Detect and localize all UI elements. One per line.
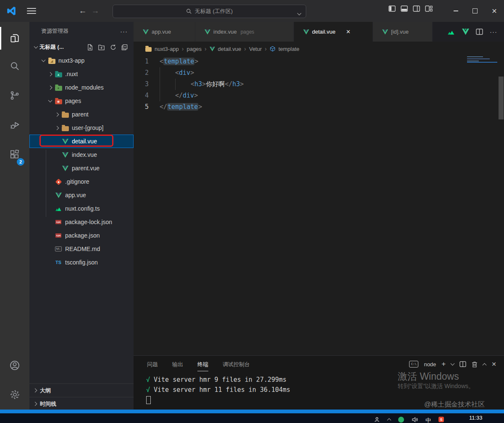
chevron-right-icon <box>53 127 60 130</box>
panel-tab-output[interactable]: 输出 <box>172 361 183 371</box>
minimize-button[interactable] <box>446 0 465 22</box>
nuxt-devtools-icon[interactable] <box>447 29 455 35</box>
tree-item-gitignore[interactable]: .gitignore <box>29 175 134 188</box>
activity-run-debug[interactable] <box>0 112 29 138</box>
customize-layout-icon[interactable] <box>425 5 433 12</box>
tree-item-nuxt3-app[interactable]: ◢ nuxt3-app <box>29 54 134 67</box>
activity-search[interactable] <box>0 53 29 79</box>
toggle-panel-icon[interactable] <box>401 5 408 12</box>
panel-tab-problems[interactable]: 问题 <box>147 361 158 371</box>
volar-icon[interactable] <box>462 29 469 35</box>
tree-item-parent[interactable]: parent <box>29 108 134 121</box>
explorer-sidebar: 资源管理器 ··· 无标题 (... <box>29 22 134 410</box>
more-actions-icon[interactable]: ··· <box>490 28 497 35</box>
sidebar-more-actions[interactable]: ··· <box>120 28 128 35</box>
breadcrumb-file[interactable]: detail.vue <box>218 46 242 52</box>
tree-item-tsconfig[interactable]: TS tsconfig.json <box>29 256 134 269</box>
git-icon <box>54 178 63 185</box>
search-icon <box>186 8 192 14</box>
activity-source-control[interactable] <box>0 82 29 108</box>
tree-item-nuxt-config[interactable]: nuxt.config.ts <box>29 202 134 215</box>
vue-icon <box>303 29 309 34</box>
terminal-profile-icon: C:\ <box>409 361 418 367</box>
kill-terminal-icon[interactable] <box>472 361 478 367</box>
tab-app-vue[interactable]: app.vue <box>134 22 195 42</box>
close-window-button[interactable]: ✕ <box>485 0 504 22</box>
maximize-button[interactable] <box>465 0 485 22</box>
run-debug-icon <box>9 119 21 131</box>
outline-section[interactable]: 大纲 <box>29 383 134 397</box>
breadcrumb-vetur[interactable]: Vetur <box>249 46 262 52</box>
markdown-icon: M↓ <box>54 246 63 252</box>
close-tab-icon[interactable]: ✕ <box>346 29 351 35</box>
tree-item-app-vue[interactable]: app.vue <box>29 188 134 202</box>
activity-settings[interactable] <box>0 381 29 407</box>
terminal-dropdown-icon[interactable] <box>451 362 455 366</box>
tree-item-readme[interactable]: M↓ README.md <box>29 242 134 256</box>
timeline-section[interactable]: 时间线 <box>29 397 134 410</box>
tab-index-vue[interactable]: index.vue pages <box>195 22 294 42</box>
ime-indicator[interactable]: 中 <box>425 417 431 423</box>
tree-item-user-group[interactable]: user-[group] <box>29 121 134 135</box>
code-editor[interactable]: 1 <template> 2 <div> 3 <h3>你好啊</h3> 4 </… <box>134 56 504 322</box>
tree-item-package-lock[interactable]: npm package-lock.json <box>29 215 134 229</box>
tree-item-detail-vue[interactable]: detail.vue <box>29 135 134 148</box>
tab-detail-vue[interactable]: detail.vue ✕ <box>294 22 373 42</box>
npm-icon: npm <box>54 219 63 225</box>
tree-item-parent-vue[interactable]: parent.vue <box>29 161 134 175</box>
forward-arrow-icon: → <box>89 6 102 16</box>
status-bar <box>0 410 504 413</box>
vue-icon <box>60 165 70 172</box>
vscode-logo-icon <box>6 5 17 16</box>
source-control-icon <box>9 90 20 101</box>
breadcrumb-template[interactable]: template <box>278 46 299 52</box>
activity-explorer[interactable] <box>0 25 29 51</box>
code-line: 4 </div> <box>134 90 504 101</box>
speaker-icon[interactable] <box>412 417 418 423</box>
breadcrumb-project[interactable]: nuxt3-app <box>155 46 179 52</box>
code-line: 3 <h3>你好啊</h3> <box>134 79 504 90</box>
editor-scrollbar[interactable] <box>498 55 504 322</box>
taskbar-clock[interactable]: 11:33 <box>469 415 483 421</box>
activity-account[interactable] <box>0 352 29 378</box>
tree-item-node-modules[interactable]: ● node_modules <box>29 81 134 94</box>
activity-extensions[interactable]: 2 <box>0 141 29 167</box>
panel-tab-debug-console[interactable]: 调试控制台 <box>223 361 250 371</box>
tree-item-pages[interactable]: ◉ pages <box>29 94 134 108</box>
split-editor-icon[interactable] <box>476 29 483 35</box>
nuxt-icon <box>54 205 63 212</box>
tree-item-package-json[interactable]: npm package.json <box>29 229 134 242</box>
vue-icon <box>54 192 63 198</box>
wechat-icon[interactable] <box>398 417 404 423</box>
tree-item-index-vue[interactable]: index.vue <box>29 148 134 161</box>
windows-taskbar: 中 S 11:33 <box>0 413 504 423</box>
tree-item-workspace[interactable]: 无标题 (... <box>29 40 134 54</box>
chevron-right-icon <box>46 86 54 89</box>
close-panel-icon[interactable]: ✕ <box>491 361 496 367</box>
back-arrow-icon[interactable]: ← <box>76 6 89 16</box>
maximize-panel-icon[interactable] <box>483 363 487 367</box>
split-terminal-icon[interactable] <box>459 361 466 367</box>
breadcrumb-pages[interactable]: pages <box>187 46 202 52</box>
panel-tab-terminal[interactable]: 终端 <box>197 361 208 371</box>
new-terminal-icon[interactable]: + <box>441 360 446 368</box>
tree-item-dot-nuxt[interactable]: ▲ .nuxt <box>29 67 134 81</box>
collapse-all-icon[interactable] <box>121 44 128 50</box>
tray-chevron-icon[interactable] <box>387 418 391 423</box>
people-icon[interactable] <box>374 417 380 423</box>
terminal-profile-label: node <box>424 361 436 367</box>
command-center[interactable]: 无标题 (工作区) <box>113 5 306 18</box>
folder-icon <box>60 124 70 131</box>
typescript-icon: TS <box>54 259 63 266</box>
new-file-icon[interactable] <box>87 44 93 50</box>
new-folder-icon[interactable] <box>98 44 105 50</box>
refresh-icon[interactable] <box>110 44 116 50</box>
vue-icon <box>382 29 388 34</box>
editor-area: app.vue index.vue pages detail.vue ✕ [id… <box>134 22 504 410</box>
tray-app-icon[interactable]: S <box>438 417 444 422</box>
tab-id-vue[interactable]: [id].vue <box>373 22 433 42</box>
chevron-down-icon[interactable] <box>298 10 301 16</box>
toggle-secondary-sidebar-icon[interactable] <box>413 5 420 12</box>
toggle-sidebar-icon[interactable] <box>388 5 396 12</box>
menu-icon[interactable] <box>27 8 36 14</box>
